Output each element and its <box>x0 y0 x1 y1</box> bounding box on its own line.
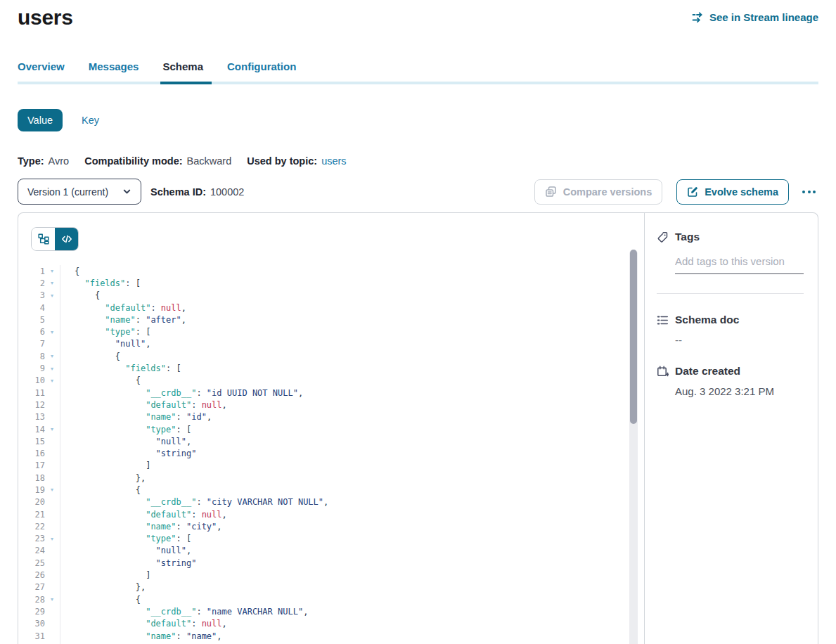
code-line: 14▾ "type": [ <box>18 423 644 435</box>
line-number: 29 <box>18 607 45 617</box>
fold-arrow-icon[interactable]: ▾ <box>45 329 59 335</box>
code-text: "null", <box>75 339 150 349</box>
value-toggle-button[interactable]: Value <box>18 109 63 131</box>
meta-compatibility-value: Backward <box>187 155 232 167</box>
tags-title: Tags <box>675 231 700 243</box>
tab-overview[interactable]: Overview <box>18 60 65 82</box>
code-line: 11 "__crdb__": "id UUID NOT NULL", <box>18 387 644 399</box>
code-text: "__crdb__": "name VARCHAR NULL", <box>75 607 308 617</box>
line-number: 25 <box>18 558 45 568</box>
code-line: 19▾ { <box>18 484 644 496</box>
line-number: 14 <box>18 425 45 434</box>
editor-view-toggle <box>31 227 79 251</box>
code-view-button[interactable] <box>55 228 78 250</box>
line-number: 18 <box>18 473 45 483</box>
schema-editor: 1▾{2▾ "fields": [3▾ {4 "default": null,5… <box>18 213 644 644</box>
fold-arrow-icon[interactable]: ▾ <box>45 292 59 299</box>
fold-arrow-icon[interactable]: ▾ <box>45 353 59 359</box>
see-in-stream-lineage-link[interactable]: See in Stream lineage <box>692 11 818 23</box>
line-number: 13 <box>18 412 45 422</box>
code-text: "type": [ <box>75 425 191 434</box>
code-icon <box>61 233 72 245</box>
code-text: { <box>75 595 141 605</box>
meta-compatibility-label: Compatibility mode: <box>84 155 182 167</box>
line-number: 3 <box>18 290 45 300</box>
fold-arrow-icon[interactable]: ▾ <box>45 366 59 372</box>
fold-arrow-icon[interactable]: ▾ <box>45 426 59 432</box>
code-text: { <box>75 290 100 300</box>
schema-doc-value: -- <box>675 334 804 346</box>
fold-arrow-icon[interactable]: ▾ <box>45 280 59 286</box>
code-line: 6▾ "type": [ <box>18 326 644 337</box>
code-line: 20 "__crdb__": "city VARCHAR NOT NULL", <box>18 496 644 508</box>
line-number: 23 <box>18 534 45 543</box>
fold-arrow-icon[interactable]: ▾ <box>45 268 59 274</box>
topic-link[interactable]: users <box>321 155 346 167</box>
schema-sidebar: Tags Schema doc -- <box>644 213 818 644</box>
fold-arrow-icon[interactable]: ▾ <box>45 487 59 493</box>
line-number: 6 <box>18 327 45 337</box>
fold-arrow-icon[interactable]: ▾ <box>45 536 59 542</box>
tab-messages[interactable]: Messages <box>89 60 139 82</box>
editor-scrollbar-thumb[interactable] <box>630 250 637 424</box>
meta-type-label: Type: <box>18 155 44 167</box>
version-select[interactable]: Version 1 (current) <box>18 179 141 205</box>
code-line: 15 "null", <box>18 435 644 447</box>
fold-arrow-icon[interactable]: ▾ <box>45 378 59 384</box>
tab-bar: Overview Messages Schema Configuration <box>18 60 818 82</box>
schema-controls-row: Version 1 (current) Schema ID: 100002 Co… <box>18 179 818 205</box>
date-created-title: Date created <box>675 365 740 378</box>
code-line: 9▾ "fields": [ <box>18 362 644 374</box>
schema-meta-row: Type: Avro Compatibility mode: Backward … <box>18 155 818 167</box>
code-text: "__crdb__": "city VARCHAR NOT NULL", <box>75 497 328 507</box>
stream-lineage-icon <box>692 11 704 23</box>
code-text: "fields": [ <box>75 278 141 288</box>
compare-versions-button[interactable]: Compare versions <box>534 179 663 205</box>
line-number: 20 <box>18 497 45 507</box>
evolve-schema-button[interactable]: Evolve schema <box>676 179 789 205</box>
line-number: 11 <box>18 388 45 398</box>
code-line: 10▾ { <box>18 375 644 387</box>
meta-topic-label: Used by topic: <box>247 155 317 167</box>
code-line: 13 "name": "id", <box>18 411 644 423</box>
add-tags-input[interactable] <box>675 251 804 274</box>
code-text: "default": null, <box>75 619 227 629</box>
tab-schema[interactable]: Schema <box>162 60 203 82</box>
code-text: "type": [ <box>75 534 191 543</box>
edit-icon <box>687 186 698 198</box>
code-text: "string" <box>75 558 196 568</box>
code-text: "default": null, <box>75 303 186 313</box>
code-text: "name": "city", <box>75 522 222 532</box>
code-line: 5 "name": "after", <box>18 314 644 326</box>
code-text: "default": null, <box>75 510 227 520</box>
tree-view-button[interactable] <box>32 228 55 250</box>
line-number: 17 <box>18 461 45 470</box>
sidebar-divider <box>657 293 804 294</box>
code-line: 17 ] <box>18 460 644 472</box>
more-actions-button[interactable] <box>799 186 818 198</box>
line-number: 4 <box>18 303 45 313</box>
meta-compatibility: Compatibility mode: Backward <box>84 155 231 167</box>
code-text: { <box>75 485 141 495</box>
key-toggle-button[interactable]: Key <box>82 115 99 126</box>
tab-configuration[interactable]: Configuration <box>227 60 296 82</box>
code-line: 4 "default": null, <box>18 302 644 314</box>
schema-id-label: Schema ID: <box>150 186 206 198</box>
editor-toolbar <box>18 213 644 251</box>
code-text: { <box>75 266 79 276</box>
line-number: 8 <box>18 352 45 361</box>
line-number: 31 <box>18 631 45 641</box>
tag-icon <box>657 231 669 243</box>
line-number: 12 <box>18 400 45 410</box>
code-text: }, <box>75 473 146 483</box>
editor-scrollbar-track[interactable] <box>629 250 638 644</box>
version-select-value: Version 1 (current) <box>27 186 108 198</box>
page-header: users See in Stream lineage <box>18 0 818 30</box>
ellipsis-icon <box>802 191 805 193</box>
code-text: "name": "after", <box>75 315 186 325</box>
fold-arrow-icon[interactable]: ▾ <box>45 596 59 603</box>
code-line: 29 "__crdb__": "name VARCHAR NULL", <box>18 605 644 617</box>
lineage-link-label: See in Stream lineage <box>709 11 818 23</box>
compare-versions-label: Compare versions <box>563 186 652 198</box>
code-line: 12 "default": null, <box>18 399 644 411</box>
